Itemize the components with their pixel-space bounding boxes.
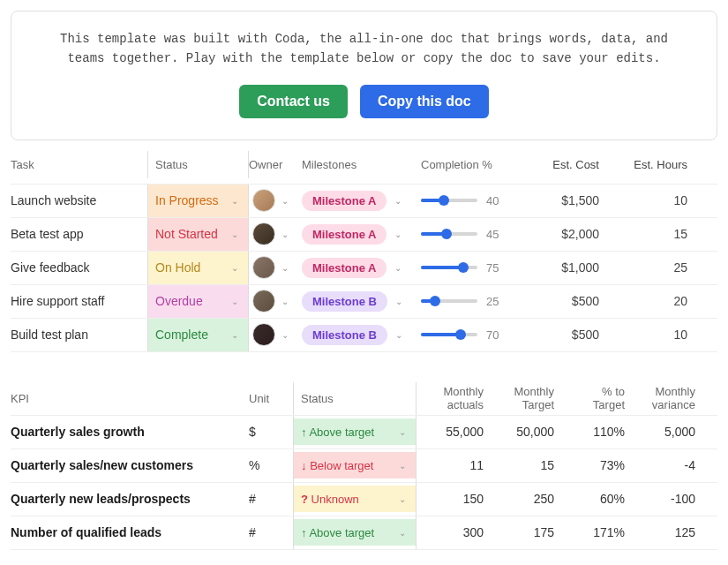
hours-value[interactable]: 10 bbox=[606, 328, 694, 342]
chevron-down-icon[interactable]: ⌄ bbox=[393, 297, 405, 306]
status-select[interactable]: Not Started ⌄ bbox=[148, 218, 248, 251]
hours-value[interactable]: 10 bbox=[606, 193, 694, 207]
status-select[interactable]: On Hold ⌄ bbox=[148, 252, 248, 284]
tasks-table: Task Status Owner Milestones Completion … bbox=[11, 151, 717, 352]
completion-slider[interactable] bbox=[421, 333, 477, 336]
actuals-value[interactable]: 150 bbox=[417, 492, 487, 506]
col-hours: Est. Hours bbox=[606, 158, 694, 171]
tasks-table-header: Task Status Owner Milestones Completion … bbox=[11, 151, 717, 185]
completion-value: 75 bbox=[486, 261, 499, 275]
chevron-down-icon[interactable]: ⌄ bbox=[393, 330, 405, 340]
pct-value[interactable]: 73% bbox=[558, 458, 628, 472]
milestone-pill[interactable]: Milestone B bbox=[302, 325, 387, 345]
cost-value[interactable]: $500 bbox=[527, 294, 606, 308]
target-value[interactable]: 15 bbox=[487, 458, 558, 472]
status-select[interactable]: Complete ⌄ bbox=[148, 319, 248, 351]
target-value[interactable]: 175 bbox=[487, 525, 558, 539]
cost-value[interactable]: $1,500 bbox=[527, 193, 606, 207]
pct-value[interactable]: 60% bbox=[558, 492, 628, 506]
completion-slider[interactable] bbox=[421, 266, 477, 269]
status-arrow-icon: ? bbox=[301, 493, 308, 506]
avatar[interactable] bbox=[252, 189, 275, 212]
avatar[interactable] bbox=[252, 323, 275, 346]
chevron-down-icon[interactable]: ⌄ bbox=[279, 263, 291, 273]
kpi-name[interactable]: Number of qualified leads bbox=[11, 525, 249, 539]
chevron-down-icon[interactable]: ⌄ bbox=[279, 196, 291, 206]
task-name[interactable]: Give feedback bbox=[11, 260, 147, 275]
hours-value[interactable]: 20 bbox=[606, 294, 694, 308]
col-pct: % toTarget bbox=[558, 385, 628, 412]
col-status: Status bbox=[148, 158, 188, 171]
col-unit: Unit bbox=[249, 392, 293, 405]
status-select[interactable]: In Progress ⌄ bbox=[148, 185, 248, 217]
unit-value[interactable]: # bbox=[249, 525, 293, 539]
chevron-down-icon: ⌄ bbox=[396, 461, 409, 471]
completion-slider[interactable] bbox=[421, 232, 477, 236]
table-row: Number of qualified leads # ↑ Above targ… bbox=[11, 516, 717, 550]
task-name[interactable]: Launch website bbox=[11, 193, 147, 207]
kpi-status-select[interactable]: ↑ Above target ⌄ bbox=[294, 418, 416, 445]
kpi-name[interactable]: Quarterly new leads/prospects bbox=[11, 492, 249, 506]
unit-value[interactable]: $ bbox=[249, 425, 293, 439]
completion-slider[interactable] bbox=[421, 199, 477, 202]
col-kpi: KPI bbox=[11, 392, 249, 405]
task-name[interactable]: Beta test app bbox=[11, 227, 147, 241]
chevron-down-icon[interactable]: ⌄ bbox=[279, 230, 291, 239]
chevron-down-icon[interactable]: ⌄ bbox=[279, 297, 291, 306]
col-cost: Est. Cost bbox=[527, 158, 606, 171]
task-name[interactable]: Hire support staff bbox=[11, 294, 147, 308]
col-task: Task bbox=[11, 158, 147, 171]
cost-value[interactable]: $500 bbox=[527, 328, 606, 342]
target-value[interactable]: 250 bbox=[487, 492, 558, 506]
avatar[interactable] bbox=[252, 222, 275, 245]
copy-doc-button[interactable]: Copy this doc bbox=[360, 85, 489, 118]
chevron-down-icon[interactable]: ⌄ bbox=[392, 230, 404, 239]
task-name[interactable]: Build test plan bbox=[11, 328, 147, 342]
status-label: On Hold bbox=[155, 260, 200, 275]
milestone-pill[interactable]: Milestone A bbox=[302, 191, 387, 211]
actuals-value[interactable]: 55,000 bbox=[417, 425, 487, 439]
actuals-value[interactable]: 300 bbox=[417, 525, 487, 539]
target-value[interactable]: 50,000 bbox=[487, 425, 558, 439]
hours-value[interactable]: 15 bbox=[606, 227, 694, 241]
hours-value[interactable]: 25 bbox=[606, 260, 694, 275]
unit-value[interactable]: # bbox=[249, 492, 293, 506]
unit-value[interactable]: % bbox=[249, 458, 293, 472]
contact-us-button[interactable]: Contact us bbox=[239, 85, 348, 118]
kpi-status-select[interactable]: ↑ Above target ⌄ bbox=[294, 519, 416, 546]
variance-value[interactable]: -4 bbox=[628, 458, 699, 472]
status-label: Overdue bbox=[155, 294, 203, 308]
completion-slider[interactable] bbox=[421, 299, 477, 303]
status-select[interactable]: Overdue ⌄ bbox=[148, 285, 248, 318]
milestone-pill[interactable]: Milestone A bbox=[302, 224, 387, 245]
cost-value[interactable]: $2,000 bbox=[527, 227, 606, 241]
status-label: Not Started bbox=[155, 227, 218, 241]
kpi-name[interactable]: Quarterly sales/new customers bbox=[11, 458, 249, 472]
variance-value[interactable]: -100 bbox=[628, 492, 699, 506]
cost-value[interactable]: $1,000 bbox=[527, 260, 606, 275]
col-actuals: Monthlyactuals bbox=[417, 385, 487, 412]
variance-value[interactable]: 125 bbox=[628, 525, 699, 539]
kpi-status-select[interactable]: ↓ Below target ⌄ bbox=[294, 452, 416, 478]
kpi-name[interactable]: Quarterly sales growth bbox=[11, 425, 249, 439]
chevron-down-icon[interactable]: ⌄ bbox=[392, 196, 404, 206]
kpi-status-label: Above target bbox=[309, 426, 374, 439]
status-label: Complete bbox=[155, 328, 208, 342]
milestone-pill[interactable]: Milestone A bbox=[302, 258, 387, 278]
table-row: Give feedback On Hold ⌄ ⌄ Milestone A ⌄ … bbox=[11, 252, 717, 285]
chevron-down-icon[interactable]: ⌄ bbox=[279, 330, 291, 340]
actuals-value[interactable]: 11 bbox=[417, 458, 487, 472]
status-arrow-icon: ↓ bbox=[301, 459, 307, 472]
avatar[interactable] bbox=[252, 256, 275, 279]
kpi-status-select[interactable]: ? Unknown ⌄ bbox=[294, 486, 416, 512]
col-kpi-status: Status bbox=[294, 392, 334, 405]
avatar[interactable] bbox=[252, 290, 275, 313]
pct-value[interactable]: 110% bbox=[558, 425, 628, 439]
pct-value[interactable]: 171% bbox=[558, 525, 628, 539]
status-arrow-icon: ↑ bbox=[301, 426, 307, 439]
chevron-down-icon[interactable]: ⌄ bbox=[392, 263, 404, 273]
milestone-pill[interactable]: Milestone B bbox=[302, 291, 387, 312]
variance-value[interactable]: 5,000 bbox=[628, 425, 699, 439]
table-row: Build test plan Complete ⌄ ⌄ Milestone B… bbox=[11, 319, 717, 352]
completion-value: 45 bbox=[486, 228, 499, 241]
